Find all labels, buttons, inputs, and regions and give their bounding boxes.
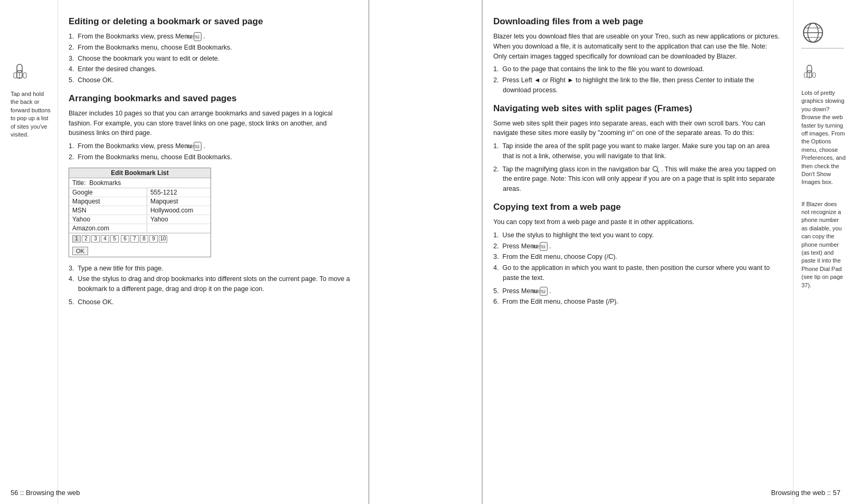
section-copy-text: Copying text from a web page You can cop… — [493, 201, 782, 307]
cell: Yahoo — [69, 215, 147, 224]
step-item: 5. Choose OK. — [69, 297, 352, 307]
page-box[interactable]: 3 — [91, 235, 100, 243]
svg-rect-3 — [14, 73, 17, 78]
footer-right: Browsing the web :: 57 — [771, 489, 840, 497]
step-item: 5. Choose OK. — [69, 75, 352, 85]
copy-steps: 1. Use the stylus to highlight the text … — [493, 230, 782, 307]
magnifying-glass-icon — [652, 166, 659, 173]
step-item: 4. Use the stylus to drag and drop bookm… — [69, 274, 352, 296]
frames-steps: 1. Tap inside the area of the split page… — [493, 141, 782, 194]
title-value: Bookmarks — [89, 179, 121, 187]
page-box[interactable]: 5 — [110, 235, 119, 243]
page-box[interactable]: 7 — [130, 235, 139, 243]
arrange-intro: Blazer includes 10 pages so that you can… — [69, 109, 352, 138]
step-item: 4. Enter the desired changes. — [69, 64, 352, 74]
section-edit-bookmark: Editing or deleting a bookmark or saved … — [69, 16, 352, 85]
menu-badge: menu — [194, 142, 202, 151]
step-item: 1. From the Bookmarks view, press Menu m… — [69, 32, 352, 42]
cell: MSN — [69, 206, 147, 215]
cell — [147, 224, 211, 232]
sidebar-tip-text-right2: If Blazer does not recognize a phone num… — [801, 200, 846, 289]
globe-icon-container-top — [801, 21, 844, 54]
page-box[interactable]: 6 — [121, 235, 129, 243]
cell: Mapquest — [147, 197, 211, 206]
svg-point-5 — [653, 167, 657, 171]
footer-left: 56 :: Browsing the web — [11, 489, 80, 497]
menu-badge: menu — [540, 242, 548, 251]
tip-icon-right — [801, 64, 818, 81]
step-item: 3. Type a new title for this page. — [69, 264, 352, 274]
bookmark-page-nav: 1 2 3 4 5 6 7 8 9 10 — [69, 233, 211, 244]
step-item: 6. From the Edit menu, choose Paste (/P)… — [493, 297, 782, 307]
tip-icon-container-right — [801, 64, 818, 83]
sidebar-right: Lots of pretty graphics slowing you down… — [793, 0, 851, 504]
table-row: YahooYahoo — [69, 215, 211, 224]
arrange-steps2: 3. Type a new title for this page. 4. Us… — [69, 264, 352, 307]
sidebar-tip-text-right1: Lots of pretty graphics slowing you down… — [801, 89, 846, 187]
page-box[interactable]: 9 — [149, 235, 158, 243]
step-item: 1. From the Bookmarks view, press Menu m… — [69, 141, 352, 151]
tap-hold-icon — [11, 63, 30, 82]
page-number-left: 56 :: Browsing the web — [11, 489, 80, 497]
arrange-steps1: 1. From the Bookmarks view, press Menu m… — [69, 141, 352, 162]
step-item: 2. Press Left ◄ or Right ► to highlight … — [493, 75, 782, 95]
content-right: Downloading files from a web page Blazer… — [483, 0, 793, 504]
bookmark-table-header: Edit Bookmark List — [69, 168, 211, 178]
edit-steps: 1. From the Bookmarks view, press Menu m… — [69, 32, 352, 85]
right-page: Downloading files from a web page Blazer… — [482, 0, 851, 504]
bookmark-title-row: Title: Bookmarks — [69, 178, 211, 188]
page-gutter — [369, 0, 482, 504]
ok-button[interactable]: OK — [72, 247, 88, 255]
svg-rect-15 — [804, 73, 807, 77]
step-item: 2. From the Bookmarks menu, choose Edit … — [69, 43, 352, 53]
full-layout: Tap and hold the back or forward buttons… — [0, 0, 851, 504]
step-item: 1. Use the stylus to highlight the text … — [493, 230, 782, 240]
section-title-download: Downloading files from a web page — [493, 16, 782, 27]
cell: Mapquest — [69, 197, 147, 206]
svg-rect-16 — [812, 73, 815, 77]
step-item: 1. Tap inside the area of the split page… — [493, 141, 782, 163]
cell: 555-1212 — [147, 188, 211, 197]
table-row: MapquestMapquest — [69, 197, 211, 206]
step-item: 4. Go to the application in which you wa… — [493, 263, 782, 285]
bookmark-table: Edit Bookmark List Title: Bookmarks Goog… — [69, 168, 211, 257]
page-box[interactable]: 2 — [82, 235, 90, 243]
step-item: 5. Press Menu menu . — [493, 286, 782, 296]
page-box[interactable]: 10 — [159, 235, 167, 243]
menu-badge: menu — [540, 287, 548, 296]
sidebar-left: Tap and hold the back or forward buttons… — [0, 0, 58, 504]
sidebar-tip-text-left: Tap and hold the back or forward buttons… — [11, 90, 52, 139]
download-steps: 1. Go to the page that contains the link… — [493, 64, 782, 95]
globe-separator — [801, 48, 844, 49]
page-box[interactable]: 8 — [140, 235, 148, 243]
section-download: Downloading files from a web page Blazer… — [493, 16, 782, 95]
table-row: MSNHollywood.com — [69, 206, 211, 215]
title-label: Title: — [72, 179, 86, 187]
table-row: Amazon.com — [69, 224, 211, 232]
step-item: 2. From the Bookmarks menu, choose Edit … — [69, 152, 352, 162]
step-item: 3. Choose the bookmark you want to edit … — [69, 54, 352, 64]
bookmark-rows: Google555-1212 MapquestMapquest MSNHolly… — [69, 188, 211, 233]
frames-intro: Some web sites split their pages into se… — [493, 119, 782, 139]
section-arrange-bookmarks: Arranging bookmarks and saved pages Blaz… — [69, 93, 352, 307]
page-box[interactable]: 1 — [72, 235, 81, 243]
section-title-frames: Navigating web sites with split pages (F… — [493, 103, 782, 114]
section-split-pages: Navigating web sites with split pages (F… — [493, 103, 782, 194]
globe-icon-top — [801, 21, 825, 44]
section-title-edit: Editing or deleting a bookmark or saved … — [69, 16, 352, 27]
step-item: 2. Tap the magnifying glass icon in the … — [493, 164, 782, 194]
left-page: Tap and hold the back or forward buttons… — [0, 0, 369, 504]
tip-icon-container — [11, 63, 30, 84]
svg-rect-4 — [23, 73, 26, 78]
step-item: 3. From the Edit menu, choose Copy (/C). — [493, 252, 782, 262]
cell: Hollywood.com — [147, 206, 211, 215]
section-title-arrange: Arranging bookmarks and saved pages — [69, 93, 352, 104]
cell: Google — [69, 188, 147, 197]
section-title-copy: Copying text from a web page — [493, 201, 782, 213]
cell: Amazon.com — [69, 224, 147, 232]
svg-rect-12 — [807, 65, 812, 73]
page-box[interactable]: 4 — [101, 235, 109, 243]
copy-intro: You can copy text from a web page and pa… — [493, 217, 782, 227]
menu-badge: menu — [194, 32, 202, 41]
step-item: 2. Press Menu menu . — [493, 241, 782, 251]
